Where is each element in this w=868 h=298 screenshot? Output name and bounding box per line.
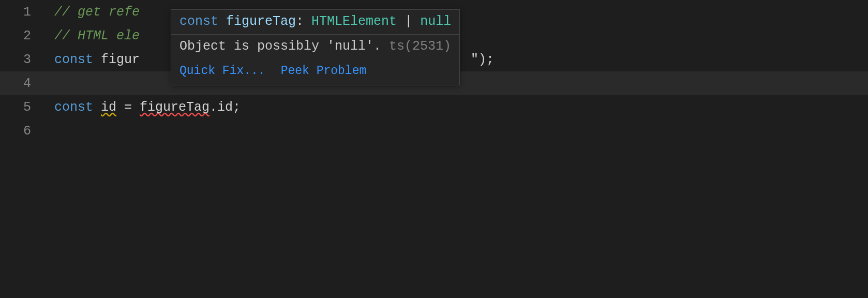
- sig-type: HTMLElement: [311, 14, 397, 29]
- line-number: 6: [0, 124, 47, 139]
- sig-name: figureTag: [226, 14, 296, 29]
- comment-text: // HTML ele: [54, 28, 140, 43]
- keyword-const: const: [54, 52, 101, 67]
- hover-error-message: Object is possibly 'null'.: [179, 39, 381, 54]
- semicolon: ;: [233, 100, 241, 115]
- code-line[interactable]: 5 const id = figureTag.id;: [0, 95, 868, 119]
- sig-pipe: |: [405, 14, 412, 29]
- line-number: 3: [0, 52, 47, 67]
- sig-colon: :: [296, 14, 304, 29]
- keyword-const: const: [54, 100, 101, 115]
- hover-message-row: Object is possibly 'null'. ts(2531): [171, 35, 459, 59]
- sig-keyword: const: [179, 14, 218, 29]
- line-number: 1: [0, 5, 47, 20]
- hover-tooltip[interactable]: const figureTag: HTMLElement | null Obje…: [171, 9, 460, 85]
- code-tail: ");: [471, 52, 494, 67]
- hover-error-source: ts(2531): [381, 39, 451, 54]
- line-number: 2: [0, 28, 47, 43]
- quick-fix-link[interactable]: Quick Fix...: [179, 64, 265, 78]
- line-number: 5: [0, 100, 47, 115]
- sig-null: null: [420, 14, 451, 29]
- peek-problem-link[interactable]: Peek Problem: [281, 64, 367, 78]
- variable-figuretag: figureTag: [140, 100, 209, 115]
- code-line[interactable]: 6: [0, 119, 868, 143]
- variable-id: id: [101, 100, 116, 115]
- dot: .: [209, 100, 217, 115]
- equals: =: [116, 100, 140, 115]
- hover-signature: const figureTag: HTMLElement | null: [171, 10, 459, 35]
- property-id: id: [217, 100, 233, 115]
- code-editor[interactable]: 1 // get refe 2 // HTML ele 3 const figu…: [0, 0, 868, 298]
- hover-actions: Quick Fix... Peek Problem: [171, 59, 459, 85]
- line-number: 4: [0, 76, 47, 91]
- comment-text: // get refe: [54, 5, 140, 20]
- variable-name: figur: [101, 52, 140, 67]
